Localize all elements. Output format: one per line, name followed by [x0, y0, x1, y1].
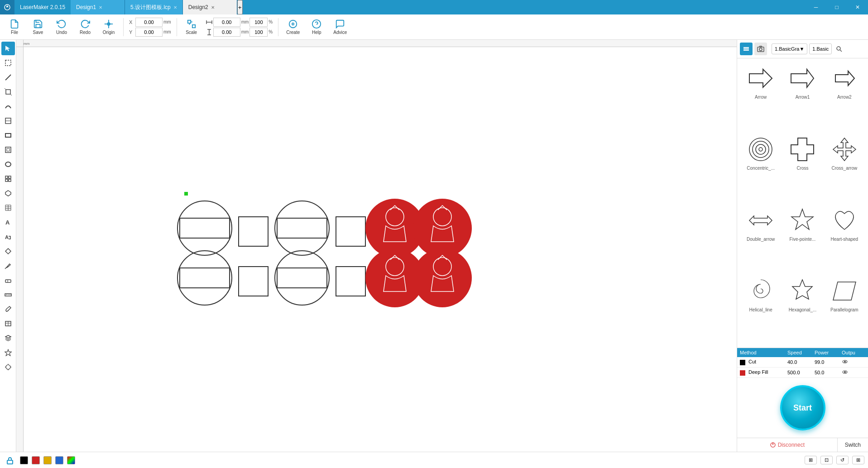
disconnect-button[interactable]: Disconnect — [737, 438, 837, 452]
lock-button[interactable] — [4, 454, 16, 467]
deepfill-eye[interactable] — [839, 368, 857, 377]
color-yellow[interactable] — [43, 456, 52, 464]
tool-polygon[interactable] — [1, 186, 15, 200]
tool-select[interactable] — [1, 56, 15, 70]
layer-row-cut[interactable]: Cut 40.0 99.0 — [737, 357, 868, 368]
create-button[interactable]: Create — [282, 16, 304, 38]
search-button[interactable] — [834, 43, 844, 54]
switch-button[interactable]: Switch — [837, 438, 868, 452]
w-input[interactable] — [213, 18, 240, 27]
scale-button[interactable]: Scale — [181, 16, 202, 38]
cut-eye[interactable] — [839, 357, 857, 367]
x-input[interactable] — [135, 18, 163, 27]
shape-helical[interactable]: Helical_line — [741, 275, 781, 344]
tool-layers[interactable] — [1, 331, 15, 345]
close-tab-design2[interactable]: ✕ — [211, 5, 215, 10]
canvas[interactable] — [24, 47, 737, 452]
tool-eraser[interactable] — [1, 273, 15, 287]
x-label: X — [129, 19, 134, 25]
shape-double-arrow[interactable]: Double_arrow — [741, 204, 781, 273]
tool-image-crop[interactable] — [1, 114, 15, 128]
shape-cross[interactable]: Cross — [782, 133, 822, 202]
y-input[interactable] — [135, 28, 163, 37]
svg-rect-62 — [184, 192, 188, 196]
undo-button[interactable]: Undo — [51, 16, 72, 38]
tool-paint[interactable] — [1, 302, 15, 316]
ruler-corner — [16, 40, 24, 47]
tool-crop3[interactable] — [1, 143, 15, 157]
tool-line[interactable] — [1, 71, 15, 84]
tab-template[interactable]: 5.设计图模板.lcp ✕ — [125, 0, 183, 14]
color-red[interactable] — [32, 456, 40, 464]
h-input[interactable] — [213, 28, 240, 37]
w-mm: mm — [241, 19, 249, 24]
start-button[interactable]: Start — [780, 385, 825, 430]
shape-arrow[interactable]: Arrow — [741, 62, 781, 131]
tool-diamond[interactable] — [1, 244, 15, 258]
shape-concentric[interactable]: Concentric_... — [741, 133, 781, 202]
tool-ellipse[interactable] — [1, 158, 15, 171]
h-pct-label: % — [269, 29, 273, 34]
grid-button[interactable]: ⊞ — [852, 456, 864, 464]
basic-dropdown[interactable]: 1.Basic — [809, 43, 832, 54]
sep3 — [278, 18, 278, 36]
tool-table[interactable] — [1, 317, 15, 330]
tool-text-shape[interactable]: A — [1, 230, 15, 244]
tool-rect[interactable] — [1, 129, 15, 142]
close-tab-template[interactable]: ✕ — [173, 5, 177, 10]
panel-camera-btn[interactable] — [754, 43, 767, 55]
layer-row-deepfill[interactable]: Deep Fill 500.0 50.0 — [737, 368, 868, 378]
new-tab-button[interactable]: + — [237, 0, 243, 14]
tool-arrow[interactable] — [1, 42, 15, 55]
power-header: Power — [812, 348, 839, 357]
tool-pen[interactable] — [1, 259, 15, 272]
origin-button[interactable]: Origin — [98, 16, 120, 38]
tool-grid[interactable] — [1, 172, 15, 186]
vis-header — [857, 348, 868, 357]
shape-five-star[interactable]: Five-pointe... — [782, 204, 822, 273]
tab-design1[interactable]: Design1 ✕ — [71, 0, 125, 14]
tool-text[interactable]: A — [1, 215, 15, 229]
basic-gray-dropdown[interactable]: 1.BasicGra▼ — [772, 43, 807, 54]
speed-header: Speed — [785, 348, 812, 357]
h-pct-input[interactable] — [249, 28, 268, 37]
five-star-label: Five-pointe... — [790, 237, 816, 242]
canvas-svg — [24, 47, 737, 452]
tool-curve[interactable] — [1, 100, 15, 113]
tool-ruler[interactable] — [1, 288, 15, 301]
arrow-label: Arrow — [755, 95, 767, 100]
shape-arrow1[interactable]: Arrow1 — [782, 62, 822, 131]
canvas-area[interactable]: mm — [16, 40, 737, 452]
help-button[interactable]: Help — [306, 16, 327, 38]
tool-crop[interactable] — [1, 85, 15, 99]
w-pct-input[interactable] — [249, 18, 268, 27]
close-button[interactable]: ✕ — [847, 0, 868, 14]
color-blue[interactable] — [55, 456, 63, 464]
color-black[interactable] — [20, 456, 28, 464]
file-button[interactable]: File — [4, 16, 25, 38]
svg-point-107 — [844, 372, 846, 373]
rotate-button[interactable]: ↺ — [836, 456, 849, 464]
tool-grid2[interactable] — [1, 201, 15, 215]
svg-rect-30 — [5, 179, 8, 181]
save-button[interactable]: Save — [27, 16, 49, 38]
tool-burst[interactable] — [1, 360, 15, 374]
layers-header: Method Speed Power Outpu — [737, 348, 868, 357]
shape-heart[interactable]: Heart-shaped — [825, 204, 864, 273]
minimize-button[interactable]: ─ — [806, 0, 826, 14]
tab-design2[interactable]: Design2 ✕ — [183, 0, 237, 14]
shape-arrow2[interactable]: Arrow2 — [825, 62, 864, 131]
close-tab-design1[interactable]: ✕ — [99, 5, 102, 10]
maximize-button[interactable]: □ — [826, 0, 847, 14]
shape-cross-arrow[interactable]: Cross_arrow — [825, 133, 864, 202]
helical-preview — [746, 277, 775, 306]
shape-hex-star[interactable]: Hexagonal_... — [782, 275, 822, 344]
align-button[interactable]: ⊞ — [805, 456, 817, 464]
panel-view-btn[interactable] — [740, 43, 753, 55]
color-gradient[interactable] — [67, 456, 75, 464]
distribute-button[interactable]: ⊡ — [820, 456, 833, 464]
redo-button[interactable]: Redo — [74, 16, 96, 38]
tool-shape[interactable] — [1, 346, 15, 359]
advice-button[interactable]: Advice — [329, 16, 351, 38]
shape-parallelogram[interactable]: Parallelogram — [825, 275, 864, 344]
